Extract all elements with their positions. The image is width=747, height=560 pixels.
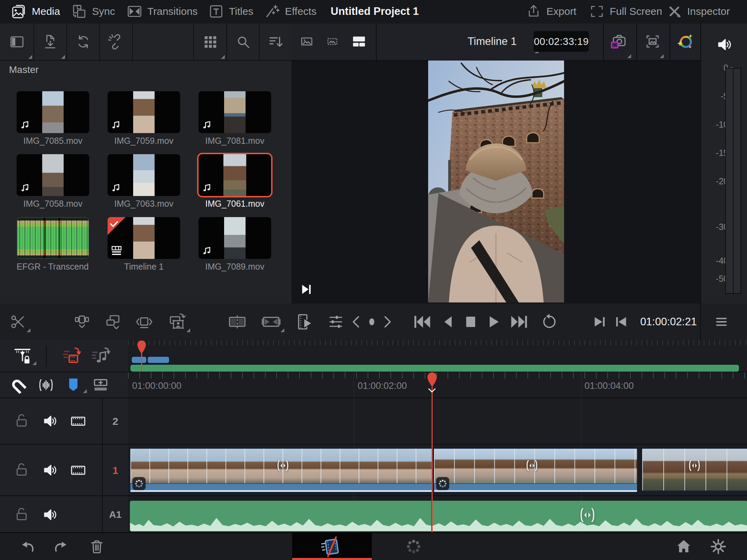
add-track-button[interactable] xyxy=(92,376,109,394)
viewer-mode-source-button[interactable] xyxy=(299,24,314,59)
tab-effects[interactable]: Effects xyxy=(264,0,316,23)
play-to-out-button[interactable] xyxy=(592,304,608,340)
record-button[interactable] xyxy=(364,304,379,340)
camera-multicam-button[interactable] xyxy=(610,24,628,59)
media-clip-timeline[interactable]: Timeline 1 xyxy=(108,217,180,272)
playhead[interactable] xyxy=(432,372,433,532)
audio-waveform-button[interactable] xyxy=(37,376,55,394)
add-transition-button[interactable] xyxy=(261,304,281,340)
timeline-overview[interactable] xyxy=(128,340,747,372)
timeline-clip-video-2[interactable] xyxy=(433,448,638,493)
speed-change-icon[interactable] xyxy=(436,477,449,490)
track-number-active[interactable]: 1 xyxy=(102,445,128,496)
playhead-lock-button[interactable] xyxy=(13,347,36,365)
speed-change-icon[interactable] xyxy=(132,477,146,490)
track-lane-v2[interactable] xyxy=(128,398,747,445)
color-sparkle-icon xyxy=(676,32,695,51)
playhead-pin[interactable] xyxy=(427,372,437,387)
color-page-tab[interactable] xyxy=(405,533,423,560)
tab-transitions[interactable]: Transitions xyxy=(127,0,198,23)
media-clip[interactable]: IMG_7059.mov xyxy=(108,91,180,146)
fullscreen-button[interactable]: Full Screen xyxy=(589,0,662,23)
inspector-label: Inspector xyxy=(687,6,730,17)
cut-tool-button[interactable] xyxy=(10,304,27,340)
settings-button[interactable] xyxy=(710,533,727,560)
tools-mixer-button[interactable] xyxy=(328,304,344,340)
redo-button[interactable] xyxy=(53,533,69,560)
timeline-clip-audio[interactable] xyxy=(130,501,747,532)
play-button[interactable] xyxy=(485,304,502,340)
home-button[interactable] xyxy=(675,533,692,560)
cut-page-tab[interactable] xyxy=(292,533,372,560)
sidebar-toggle-button[interactable] xyxy=(0,24,34,60)
overwrite-clip-button[interactable] xyxy=(104,304,122,340)
go-to-end-button[interactable] xyxy=(510,304,528,340)
relink-button[interactable] xyxy=(100,24,133,60)
undo-button[interactable] xyxy=(19,533,36,560)
media-clip[interactable]: IMG_7089.mov xyxy=(199,217,271,272)
track-number[interactable]: A1 xyxy=(102,496,128,533)
import-media-button[interactable] xyxy=(34,24,67,60)
smart-insert-video-button[interactable] xyxy=(63,346,83,366)
video-preview[interactable] xyxy=(428,60,564,302)
loop-button[interactable] xyxy=(541,304,558,340)
delete-button[interactable] xyxy=(89,533,105,560)
step-back-button[interactable] xyxy=(440,304,457,340)
viewer-timecode[interactable]: 00:02:33:19 xyxy=(534,31,589,52)
media-clip[interactable]: IMG_7058.mov xyxy=(17,154,89,209)
color-grade-button[interactable] xyxy=(676,24,695,59)
search-button[interactable] xyxy=(226,24,259,60)
timeline-clip-video-3[interactable] xyxy=(642,448,747,493)
viewer-mode-timeline-button[interactable] xyxy=(351,24,367,59)
go-to-start-button[interactable] xyxy=(413,304,431,340)
monitor-audio-button[interactable] xyxy=(716,36,734,53)
snapping-button[interactable] xyxy=(10,376,28,394)
meter-bar-right xyxy=(734,68,740,293)
smart-insert-audio-button[interactable] xyxy=(91,346,111,366)
media-clip-audio[interactable]: EFGR - Transcend... xyxy=(17,217,89,272)
export-button[interactable]: Export xyxy=(526,0,577,23)
mark-in-button[interactable] xyxy=(349,304,364,340)
resync-button[interactable] xyxy=(67,24,100,60)
tab-media[interactable]: Media xyxy=(11,0,60,23)
marker-button[interactable] xyxy=(65,376,85,393)
lock-icon[interactable] xyxy=(14,506,30,522)
tab-sync[interactable]: Sync xyxy=(71,0,115,23)
mark-out-button[interactable] xyxy=(379,304,395,340)
timeline-options-button[interactable] xyxy=(713,304,729,340)
timeline-ruler[interactable]: 01:00:00:00 01:00:02:00 01:00:04:00 xyxy=(128,372,747,398)
viewer-mode-sourcetape-button[interactable] xyxy=(325,24,340,59)
match-frame-button[interactable] xyxy=(299,282,314,297)
grid-view-button[interactable] xyxy=(193,24,226,60)
place-on-top-button[interactable] xyxy=(168,304,187,340)
split-clip-button[interactable] xyxy=(228,304,247,340)
video-enable-icon[interactable] xyxy=(70,462,86,478)
lock-icon[interactable] xyxy=(14,413,30,429)
video-enable-icon[interactable] xyxy=(70,413,86,429)
mute-icon[interactable] xyxy=(42,462,59,478)
timeline-clip-video-1[interactable] xyxy=(130,448,433,493)
bin-label[interactable]: Master xyxy=(9,64,39,75)
play-from-in-button[interactable] xyxy=(613,304,629,340)
clip-view-button[interactable] xyxy=(296,304,314,340)
effects-icon xyxy=(264,3,280,19)
replace-clip-button[interactable] xyxy=(136,304,153,340)
inspector-button[interactable]: Inspector xyxy=(666,0,730,23)
media-clip[interactable]: IMG_7081.mov xyxy=(199,91,271,146)
stop-button[interactable] xyxy=(462,304,479,340)
track-number[interactable]: 2 xyxy=(102,398,128,445)
skip-to-start-icon xyxy=(413,313,431,331)
insert-clip-button[interactable] xyxy=(73,304,91,340)
lock-icon[interactable] xyxy=(14,462,30,478)
transform-button[interactable] xyxy=(644,24,661,59)
mute-icon[interactable] xyxy=(42,413,59,429)
mute-icon[interactable] xyxy=(42,506,59,523)
media-clip-selected[interactable]: IMG_7061.mov xyxy=(199,154,271,209)
overview-playhead-pin[interactable] xyxy=(137,340,146,354)
tab-titles[interactable]: Titles xyxy=(208,0,253,23)
media-clip[interactable]: IMG_7063.mov xyxy=(108,154,180,209)
playhead-timecode[interactable]: 01:00:02:21 xyxy=(641,304,696,340)
timeline-selector[interactable]: Timeline 1 xyxy=(451,24,534,59)
sort-button[interactable] xyxy=(259,24,292,60)
media-clip[interactable]: IMG_7085.mov xyxy=(17,91,89,146)
